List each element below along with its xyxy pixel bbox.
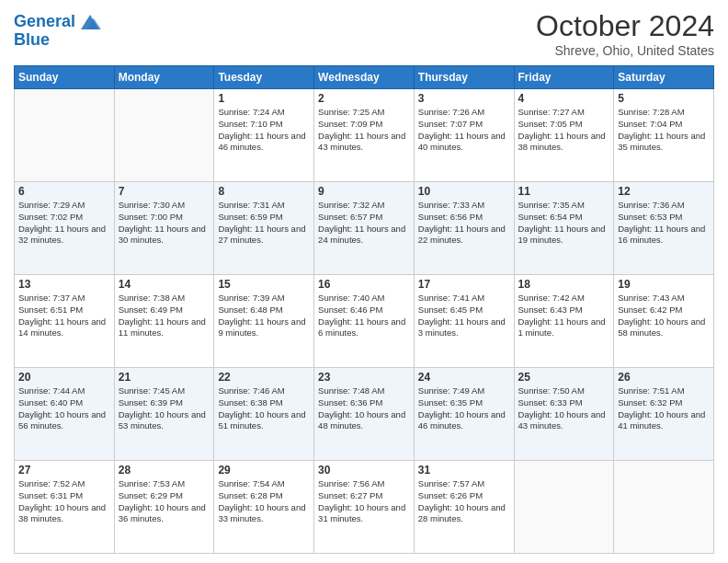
day-number: 27 bbox=[18, 464, 110, 477]
day-number: 26 bbox=[618, 371, 710, 384]
day-number: 21 bbox=[119, 371, 210, 384]
day-detail: Sunrise: 7:48 AM Sunset: 6:36 PM Dayligh… bbox=[318, 385, 410, 432]
table-row: 25Sunrise: 7:50 AM Sunset: 6:33 PM Dayli… bbox=[514, 368, 614, 461]
day-detail: Sunrise: 7:35 AM Sunset: 6:54 PM Dayligh… bbox=[518, 200, 610, 247]
col-friday: Friday bbox=[514, 66, 614, 89]
table-row: 21Sunrise: 7:45 AM Sunset: 6:39 PM Dayli… bbox=[114, 368, 214, 461]
col-monday: Monday bbox=[114, 66, 214, 89]
day-detail: Sunrise: 7:36 AM Sunset: 6:53 PM Dayligh… bbox=[618, 200, 710, 247]
day-number: 29 bbox=[218, 464, 310, 477]
day-detail: Sunrise: 7:41 AM Sunset: 6:45 PM Dayligh… bbox=[418, 293, 510, 339]
day-number: 10 bbox=[418, 185, 510, 198]
table-row: 20Sunrise: 7:44 AM Sunset: 6:40 PM Dayli… bbox=[15, 368, 115, 461]
day-detail: Sunrise: 7:29 AM Sunset: 7:02 PM Dayligh… bbox=[18, 200, 110, 247]
table-row: 16Sunrise: 7:40 AM Sunset: 6:46 PM Dayli… bbox=[314, 275, 415, 368]
header: General Blue October 2024 Shreve, Ohio, … bbox=[14, 9, 714, 58]
table-row: 9Sunrise: 7:32 AM Sunset: 6:57 PM Daylig… bbox=[314, 182, 415, 275]
table-row: 7Sunrise: 7:30 AM Sunset: 7:00 PM Daylig… bbox=[114, 182, 214, 275]
table-row: 24Sunrise: 7:49 AM Sunset: 6:35 PM Dayli… bbox=[414, 368, 514, 461]
table-row: 15Sunrise: 7:39 AM Sunset: 6:48 PM Dayli… bbox=[214, 275, 314, 368]
table-row: 18Sunrise: 7:42 AM Sunset: 6:43 PM Dayli… bbox=[514, 275, 614, 368]
calendar-header-row: Sunday Monday Tuesday Wednesday Thursday… bbox=[15, 66, 714, 89]
col-saturday: Saturday bbox=[614, 66, 714, 89]
day-detail: Sunrise: 7:28 AM Sunset: 7:04 PM Dayligh… bbox=[618, 107, 710, 154]
table-row: 27Sunrise: 7:52 AM Sunset: 6:31 PM Dayli… bbox=[15, 461, 115, 554]
day-number: 24 bbox=[418, 371, 510, 384]
table-row: 12Sunrise: 7:36 AM Sunset: 6:53 PM Dayli… bbox=[614, 182, 714, 275]
table-row: 4Sunrise: 7:27 AM Sunset: 7:05 PM Daylig… bbox=[514, 89, 614, 182]
table-row: 6Sunrise: 7:29 AM Sunset: 7:02 PM Daylig… bbox=[15, 182, 115, 275]
day-detail: Sunrise: 7:24 AM Sunset: 7:10 PM Dayligh… bbox=[218, 107, 310, 154]
day-number: 16 bbox=[318, 278, 410, 291]
table-row: 19Sunrise: 7:43 AM Sunset: 6:42 PM Dayli… bbox=[614, 275, 714, 368]
day-detail: Sunrise: 7:30 AM Sunset: 7:00 PM Dayligh… bbox=[119, 200, 210, 247]
calendar-week-row: 6Sunrise: 7:29 AM Sunset: 7:02 PM Daylig… bbox=[15, 182, 714, 275]
table-row: 3Sunrise: 7:26 AM Sunset: 7:07 PM Daylig… bbox=[414, 89, 514, 182]
table-row bbox=[114, 89, 214, 182]
day-detail: Sunrise: 7:27 AM Sunset: 7:05 PM Dayligh… bbox=[518, 107, 610, 154]
day-number: 18 bbox=[518, 278, 610, 291]
table-row: 8Sunrise: 7:31 AM Sunset: 6:59 PM Daylig… bbox=[214, 182, 314, 275]
logo-icon bbox=[77, 9, 103, 35]
table-row: 10Sunrise: 7:33 AM Sunset: 6:56 PM Dayli… bbox=[414, 182, 514, 275]
logo-text-general: General bbox=[14, 13, 75, 31]
day-detail: Sunrise: 7:37 AM Sunset: 6:51 PM Dayligh… bbox=[18, 293, 110, 339]
day-detail: Sunrise: 7:32 AM Sunset: 6:57 PM Dayligh… bbox=[318, 200, 410, 247]
day-detail: Sunrise: 7:54 AM Sunset: 6:28 PM Dayligh… bbox=[218, 478, 310, 525]
day-detail: Sunrise: 7:49 AM Sunset: 6:35 PM Dayligh… bbox=[418, 385, 510, 432]
day-detail: Sunrise: 7:46 AM Sunset: 6:38 PM Dayligh… bbox=[218, 385, 310, 432]
logo: General Blue bbox=[14, 9, 103, 50]
day-detail: Sunrise: 7:40 AM Sunset: 6:46 PM Dayligh… bbox=[318, 293, 410, 339]
table-row: 11Sunrise: 7:35 AM Sunset: 6:54 PM Dayli… bbox=[514, 182, 614, 275]
col-thursday: Thursday bbox=[414, 66, 514, 89]
day-detail: Sunrise: 7:42 AM Sunset: 6:43 PM Dayligh… bbox=[518, 293, 610, 339]
day-detail: Sunrise: 7:25 AM Sunset: 7:09 PM Dayligh… bbox=[318, 107, 410, 154]
col-tuesday: Tuesday bbox=[214, 66, 314, 89]
calendar-table: Sunday Monday Tuesday Wednesday Thursday… bbox=[14, 65, 714, 554]
calendar-week-row: 13Sunrise: 7:37 AM Sunset: 6:51 PM Dayli… bbox=[15, 275, 714, 368]
day-detail: Sunrise: 7:52 AM Sunset: 6:31 PM Dayligh… bbox=[18, 478, 110, 525]
day-number: 23 bbox=[318, 371, 410, 384]
day-detail: Sunrise: 7:57 AM Sunset: 6:26 PM Dayligh… bbox=[418, 478, 510, 525]
table-row bbox=[15, 89, 115, 182]
day-number: 31 bbox=[418, 464, 510, 477]
day-number: 20 bbox=[18, 371, 110, 384]
day-number: 28 bbox=[119, 464, 210, 477]
calendar-week-row: 27Sunrise: 7:52 AM Sunset: 6:31 PM Dayli… bbox=[15, 461, 714, 554]
day-detail: Sunrise: 7:31 AM Sunset: 6:59 PM Dayligh… bbox=[218, 200, 310, 247]
table-row bbox=[514, 461, 614, 554]
day-number: 3 bbox=[418, 92, 510, 105]
table-row: 28Sunrise: 7:53 AM Sunset: 6:29 PM Dayli… bbox=[114, 461, 214, 554]
title-area: October 2024 Shreve, Ohio, United States bbox=[536, 9, 714, 58]
table-row: 5Sunrise: 7:28 AM Sunset: 7:04 PM Daylig… bbox=[614, 89, 714, 182]
day-detail: Sunrise: 7:56 AM Sunset: 6:27 PM Dayligh… bbox=[318, 478, 410, 525]
table-row: 2Sunrise: 7:25 AM Sunset: 7:09 PM Daylig… bbox=[314, 89, 415, 182]
table-row: 29Sunrise: 7:54 AM Sunset: 6:28 PM Dayli… bbox=[214, 461, 314, 554]
col-wednesday: Wednesday bbox=[314, 66, 415, 89]
logo-text-blue: Blue bbox=[14, 31, 50, 50]
day-number: 19 bbox=[618, 278, 710, 291]
day-number: 25 bbox=[518, 371, 610, 384]
day-detail: Sunrise: 7:45 AM Sunset: 6:39 PM Dayligh… bbox=[119, 385, 210, 432]
day-number: 2 bbox=[318, 92, 410, 105]
day-detail: Sunrise: 7:44 AM Sunset: 6:40 PM Dayligh… bbox=[18, 385, 110, 432]
table-row bbox=[614, 461, 714, 554]
day-detail: Sunrise: 7:39 AM Sunset: 6:48 PM Dayligh… bbox=[218, 293, 310, 339]
day-number: 13 bbox=[18, 278, 110, 291]
day-number: 30 bbox=[318, 464, 410, 477]
day-number: 22 bbox=[218, 371, 310, 384]
day-detail: Sunrise: 7:53 AM Sunset: 6:29 PM Dayligh… bbox=[119, 478, 210, 525]
day-detail: Sunrise: 7:26 AM Sunset: 7:07 PM Dayligh… bbox=[418, 107, 510, 154]
day-detail: Sunrise: 7:38 AM Sunset: 6:49 PM Dayligh… bbox=[119, 293, 210, 339]
table-row: 31Sunrise: 7:57 AM Sunset: 6:26 PM Dayli… bbox=[414, 461, 514, 554]
location-subtitle: Shreve, Ohio, United States bbox=[536, 43, 714, 58]
table-row: 23Sunrise: 7:48 AM Sunset: 6:36 PM Dayli… bbox=[314, 368, 415, 461]
month-title: October 2024 bbox=[536, 9, 714, 43]
day-number: 11 bbox=[518, 185, 610, 198]
table-row: 30Sunrise: 7:56 AM Sunset: 6:27 PM Dayli… bbox=[314, 461, 415, 554]
table-row: 22Sunrise: 7:46 AM Sunset: 6:38 PM Dayli… bbox=[214, 368, 314, 461]
table-row: 13Sunrise: 7:37 AM Sunset: 6:51 PM Dayli… bbox=[15, 275, 115, 368]
table-row: 1Sunrise: 7:24 AM Sunset: 7:10 PM Daylig… bbox=[214, 89, 314, 182]
day-detail: Sunrise: 7:51 AM Sunset: 6:32 PM Dayligh… bbox=[618, 385, 710, 432]
day-number: 8 bbox=[218, 185, 310, 198]
